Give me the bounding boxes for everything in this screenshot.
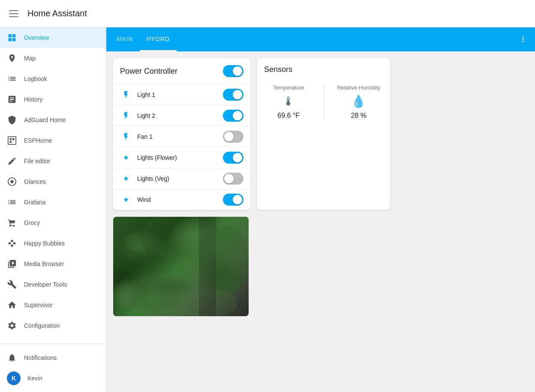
toggle-light2[interactable] xyxy=(223,110,243,122)
media-browser-icon xyxy=(7,259,17,269)
toggle-lights-flower-knob xyxy=(233,153,242,162)
svg-point-18 xyxy=(125,157,127,159)
page-content: Power Controller Light 1 xyxy=(106,51,535,392)
sidebar-label-esphome: ESPHome xyxy=(24,137,52,144)
sidebar-item-notifications[interactable]: Notifications xyxy=(0,347,106,368)
tab-hydro[interactable]: HYDRO xyxy=(140,27,177,51)
app-body: Overview Map Logbook History xyxy=(0,27,535,392)
sidebar-item-overview[interactable]: Overview xyxy=(0,27,106,48)
sidebar-label-glances: Glances xyxy=(24,178,46,185)
power-master-toggle[interactable] xyxy=(223,65,243,77)
humidity-value: 28 % xyxy=(351,112,367,120)
lights-veg-icon xyxy=(120,173,132,185)
adguard-icon xyxy=(7,115,17,125)
logbook-icon xyxy=(7,74,17,84)
sidebar-label-happy-bubbles: Happy Bubbles xyxy=(24,240,65,247)
sidebar-item-glances[interactable]: Glances xyxy=(0,171,106,192)
menu-button[interactable] xyxy=(0,0,27,27)
sidebar-item-adguard[interactable]: AdGuard Home xyxy=(0,110,106,130)
toggle-light1[interactable] xyxy=(223,89,243,101)
toggle-wind[interactable] xyxy=(223,194,243,206)
app-title: Home Assistant xyxy=(27,9,535,18)
svg-rect-34 xyxy=(199,217,216,316)
sidebar-label-map: Map xyxy=(24,55,36,62)
device-row-lights-flower: Lights (Flower) xyxy=(113,147,250,168)
svg-rect-4 xyxy=(8,137,16,144)
toggle-lights-veg[interactable] xyxy=(223,173,243,185)
power-controller-header: Power Controller xyxy=(113,58,250,84)
esphome-icon xyxy=(7,135,17,146)
device-name-light2: Light 2 xyxy=(137,112,218,119)
sidebar-item-developer-tools[interactable]: Developer Tools xyxy=(0,274,106,295)
svg-rect-3 xyxy=(12,38,15,41)
sidebar-item-happy-bubbles[interactable]: Happy Bubbles xyxy=(0,233,106,254)
sidebar-label-grocy: Grocy xyxy=(24,219,40,226)
toggle-wind-track xyxy=(223,194,243,206)
svg-point-23 xyxy=(125,178,127,180)
sidebar-label-history: History xyxy=(24,96,43,103)
temperature-icon: 🌡 xyxy=(283,94,295,108)
sidebar-item-history[interactable]: History xyxy=(0,89,106,110)
configuration-icon xyxy=(7,320,17,331)
grafana-icon xyxy=(7,197,17,207)
sidebar-item-grafana[interactable]: Grafana xyxy=(0,192,106,212)
svg-rect-2 xyxy=(9,38,12,41)
temperature-sensor: Temperature 🌡 69.6 °F xyxy=(264,84,313,120)
device-row-lights-veg: Lights (Veg) xyxy=(113,168,250,189)
sidebar-item-supervisor[interactable]: Supervisor xyxy=(0,295,106,315)
sidebar-label-user: Kevin xyxy=(27,375,42,382)
sidebar-item-user[interactable]: K Kevin xyxy=(0,368,106,389)
svg-point-12 xyxy=(13,242,16,245)
svg-rect-7 xyxy=(10,141,12,143)
sidebar-item-file-editor[interactable]: File editor xyxy=(0,151,106,171)
sensors-title: Sensors xyxy=(264,65,292,74)
svg-point-11 xyxy=(11,240,13,242)
developer-tools-icon xyxy=(7,279,17,290)
light2-icon xyxy=(120,110,132,122)
humidity-icon: 💧 xyxy=(351,94,366,108)
device-name-light1: Light 1 xyxy=(137,91,218,98)
device-name-wind: Wind xyxy=(137,196,218,203)
sidebar-item-logbook[interactable]: Logbook xyxy=(0,69,106,89)
toggle-lights-veg-track xyxy=(223,173,243,185)
happy-bubbles-icon xyxy=(7,238,17,248)
humidity-label: Relative Humidity xyxy=(337,84,380,91)
toggle-wind-knob xyxy=(233,195,242,204)
map-icon xyxy=(7,53,17,63)
svg-point-10 xyxy=(9,242,11,245)
more-options-button[interactable] xyxy=(514,31,532,48)
temperature-label: Temperature xyxy=(273,84,304,91)
tab-bar: MAIN HYDRO xyxy=(106,27,535,51)
sidebar-item-esphome[interactable]: ESPHome xyxy=(0,130,106,151)
svg-rect-6 xyxy=(12,138,15,141)
camera-card xyxy=(113,217,249,316)
overview-icon xyxy=(7,33,17,43)
toggle-fan1[interactable] xyxy=(223,131,243,143)
toggle-light2-track xyxy=(223,110,243,122)
sensors-body: Temperature 🌡 69.6 °F Relative Humidity … xyxy=(257,78,390,126)
main-content: MAIN HYDRO Power Controller xyxy=(106,27,535,392)
svg-point-13 xyxy=(11,245,13,247)
sidebar-item-configuration[interactable]: Configuration xyxy=(0,315,106,336)
tab-main[interactable]: MAIN xyxy=(110,27,140,51)
glances-icon xyxy=(7,177,17,187)
toggle-lights-flower[interactable] xyxy=(223,152,243,164)
device-row-wind: Wind xyxy=(113,189,250,210)
svg-point-9 xyxy=(10,180,13,183)
sidebar-item-grocy[interactable]: Grocy xyxy=(0,212,106,233)
sidebar-item-map[interactable]: Map xyxy=(0,48,106,69)
sidebar-item-media-browser[interactable]: Media Browser xyxy=(0,254,106,274)
supervisor-icon xyxy=(7,300,17,310)
user-avatar: K xyxy=(7,371,21,385)
svg-rect-5 xyxy=(10,138,12,141)
sidebar: Overview Map Logbook History xyxy=(0,27,106,392)
svg-point-35 xyxy=(126,234,143,251)
light1-icon xyxy=(120,89,132,101)
svg-rect-1 xyxy=(12,34,15,37)
power-controller-card: Power Controller Light 1 xyxy=(113,58,250,210)
toggle-fan1-track xyxy=(223,131,243,143)
fan1-icon xyxy=(120,131,132,143)
sidebar-bottom: Notifications K Kevin xyxy=(0,344,106,392)
sidebar-label-logbook: Logbook xyxy=(24,75,47,82)
device-row-light2: Light 2 xyxy=(113,105,250,126)
